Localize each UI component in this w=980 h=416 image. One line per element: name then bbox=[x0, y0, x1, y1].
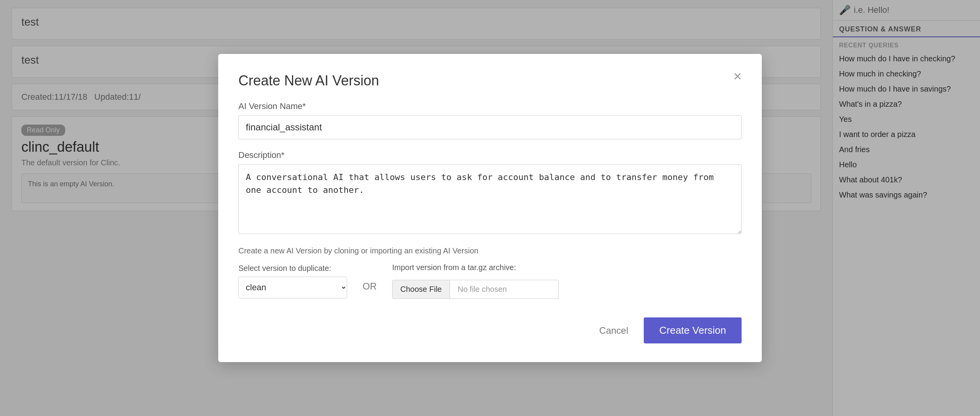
version-select[interactable]: cleanclinc_default bbox=[238, 277, 347, 298]
description-label: Description* bbox=[238, 150, 742, 160]
modal-footer: Cancel Create Version bbox=[238, 317, 742, 343]
close-button[interactable]: × bbox=[733, 69, 742, 83]
select-version-label: Select version to duplicate: bbox=[238, 264, 347, 273]
description-input[interactable] bbox=[238, 164, 742, 234]
create-version-button[interactable]: Create Version bbox=[644, 317, 742, 343]
ai-version-name-label: AI Version Name* bbox=[238, 101, 742, 111]
select-version-col: Select version to duplicate: cleanclinc_… bbox=[238, 264, 347, 298]
cancel-button[interactable]: Cancel bbox=[591, 320, 636, 341]
clone-row: Select version to duplicate: cleanclinc_… bbox=[238, 263, 742, 299]
description-group: Description* bbox=[238, 150, 742, 236]
create-version-modal: Create New AI Version × AI Version Name*… bbox=[218, 54, 762, 362]
file-input-wrapper: Choose File No file chosen bbox=[392, 280, 559, 299]
choose-file-button[interactable]: Choose File bbox=[392, 280, 450, 299]
ai-version-name-input[interactable] bbox=[238, 115, 742, 139]
choose-file-label: Choose File bbox=[400, 285, 442, 294]
ai-version-name-group: AI Version Name* bbox=[238, 101, 742, 139]
no-file-text: No file chosen bbox=[450, 280, 559, 299]
modal-title: Create New AI Version bbox=[238, 73, 742, 89]
import-label: Import version from a tar.gz archive: bbox=[392, 263, 559, 272]
or-divider: OR bbox=[363, 281, 377, 292]
modal-overlay: Create New AI Version × AI Version Name*… bbox=[0, 0, 980, 416]
clone-section-label: Create a new AI Version by cloning or im… bbox=[238, 246, 742, 255]
import-col: Import version from a tar.gz archive: Ch… bbox=[392, 263, 559, 299]
